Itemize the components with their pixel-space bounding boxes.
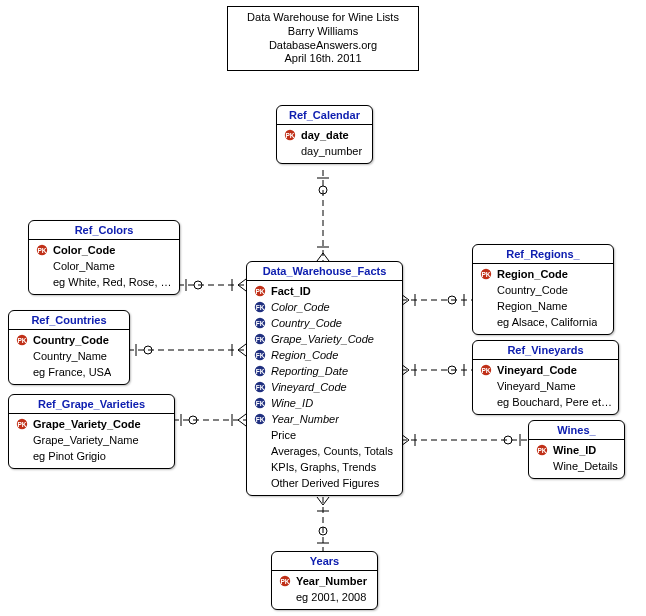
entity-wines[interactable]: Wines_ PKWine_IDWine_Details	[528, 420, 625, 479]
diagram-title-box: Data Warehouse for Wine Lists Barry Will…	[227, 6, 419, 71]
entity-data-warehouse-facts[interactable]: Data_Warehouse_Facts PKFact_IDFKColor_Co…	[246, 261, 403, 496]
attribute-label: eg France, USA	[33, 364, 111, 380]
attribute-row: Wine_Details	[535, 458, 618, 474]
pk-key-icon: PK	[479, 364, 493, 376]
attribute-label: Wine_Details	[553, 458, 618, 474]
svg-text:PK: PK	[280, 578, 289, 585]
svg-line-3	[317, 253, 323, 261]
pk-key-icon: PK	[35, 244, 49, 256]
svg-line-22	[238, 350, 246, 356]
fk-key-icon: FK	[253, 317, 267, 329]
attribute-label: day_number	[301, 143, 362, 159]
attribute-row: FKRegion_Code	[253, 347, 396, 363]
attribute-row: FKWine_ID	[253, 395, 396, 411]
title-line-4: April 16th. 2011	[238, 52, 408, 66]
attribute-label: KPIs, Graphs, Trends	[271, 459, 376, 475]
svg-text:FK: FK	[256, 368, 265, 375]
attribute-row: Country_Code	[479, 282, 607, 298]
title-line-3: DatabaseAnswers.org	[238, 39, 408, 53]
entity-ref-countries[interactable]: Ref_Countries PKCountry_CodeCountry_Name…	[8, 310, 130, 385]
svg-text:PK: PK	[17, 337, 26, 344]
attribute-row: Vineyard_Name	[479, 378, 612, 394]
attribute-label: Region_Name	[497, 298, 567, 314]
attribute-label: Year_Number	[296, 573, 367, 589]
attribute-label: Grape_Variety_Code	[33, 416, 141, 432]
svg-point-38	[448, 366, 456, 374]
attribute-row: FKVineyard_Code	[253, 379, 396, 395]
attribute-label: Grape_Variety_Code	[271, 331, 374, 347]
attribute-row: PKRegion_Code	[479, 266, 607, 282]
svg-text:FK: FK	[256, 352, 265, 359]
fk-key-icon: FK	[253, 301, 267, 313]
fk-key-icon: FK	[253, 349, 267, 361]
attribute-row: PKVineyard_Code	[479, 362, 612, 378]
entity-name: Ref_Grape_Varieties	[9, 395, 174, 414]
attribute-label: Country_Name	[33, 348, 107, 364]
attribute-row: PKYear_Number	[278, 573, 371, 589]
attribute-row: FKYear_Number	[253, 411, 396, 427]
entity-body: PKRegion_CodeCountry_CodeRegion_Nameeg A…	[473, 264, 613, 334]
attribute-label: day_date	[301, 127, 349, 143]
entity-name: Ref_Colors	[29, 221, 179, 240]
pk-key-icon: PK	[253, 285, 267, 297]
svg-point-2	[319, 186, 327, 194]
pk-key-icon: PK	[15, 334, 29, 346]
entity-years[interactable]: Years PKYear_Numbereg 2001, 2008	[271, 551, 378, 610]
attribute-label: Region_Code	[271, 347, 338, 363]
entity-ref-grape-varieties[interactable]: Ref_Grape_Varieties PKGrape_Variety_Code…	[8, 394, 175, 469]
attribute-row: eg Bouchard, Pere et Fils	[479, 394, 612, 410]
entity-name: Ref_Regions_	[473, 245, 613, 264]
svg-point-8	[319, 527, 327, 535]
attribute-label: Vineyard_Code	[271, 379, 347, 395]
attribute-row: FKCountry_Code	[253, 315, 396, 331]
entity-name: Years	[272, 552, 377, 571]
attribute-label: eg Pinot Grigio	[33, 448, 106, 464]
attribute-label: eg White, Red, Rose, N/A	[53, 274, 173, 290]
attribute-label: Reporting_Date	[271, 363, 348, 379]
attribute-row: Country_Name	[15, 348, 123, 364]
attribute-label: Averages, Counts, Totals	[271, 443, 393, 459]
attribute-row: PKFact_ID	[253, 283, 396, 299]
pk-key-icon: PK	[15, 418, 29, 430]
attribute-label: Price	[271, 427, 296, 443]
attribute-row: eg Pinot Grigio	[15, 448, 168, 464]
title-line-1: Data Warehouse for Wine Lists	[238, 11, 408, 25]
svg-line-28	[238, 420, 246, 426]
attribute-row: Price	[253, 427, 396, 443]
fk-key-icon: FK	[253, 365, 267, 377]
entity-name: Ref_Vineyards	[473, 341, 618, 360]
svg-text:PK: PK	[285, 132, 294, 139]
entity-name: Wines_	[529, 421, 624, 440]
attribute-label: Other Derived Figures	[271, 475, 379, 491]
entity-ref-colors[interactable]: Ref_Colors PKColor_CodeColor_Nameeg Whit…	[28, 220, 180, 295]
attribute-label: Region_Code	[497, 266, 568, 282]
entity-ref-regions[interactable]: Ref_Regions_ PKRegion_CodeCountry_CodeRe…	[472, 244, 614, 335]
attribute-label: eg Bouchard, Pere et Fils	[497, 394, 612, 410]
attribute-label: Color_Name	[53, 258, 115, 274]
attribute-label: Color_Code	[271, 299, 330, 315]
fk-key-icon: FK	[253, 397, 267, 409]
entity-ref-vineyards[interactable]: Ref_Vineyards PKVineyard_CodeVineyard_Na…	[472, 340, 619, 415]
svg-text:PK: PK	[255, 288, 264, 295]
attribute-row: PKday_date	[283, 127, 366, 143]
svg-text:FK: FK	[256, 304, 265, 311]
entity-name: Ref_Countries	[9, 311, 129, 330]
entity-body: PKVineyard_CodeVineyard_Nameeg Bouchard,…	[473, 360, 618, 414]
svg-line-10	[323, 497, 329, 505]
entity-name: Data_Warehouse_Facts	[247, 262, 402, 281]
attribute-label: Country_Code	[33, 332, 109, 348]
attribute-row: Averages, Counts, Totals	[253, 443, 396, 459]
entity-body: PKFact_IDFKColor_CodeFKCountry_CodeFKGra…	[247, 281, 402, 495]
attribute-label: Country_Code	[497, 282, 568, 298]
attribute-row: Region_Name	[479, 298, 607, 314]
attribute-label: Color_Code	[53, 242, 115, 258]
svg-line-21	[238, 344, 246, 350]
attribute-row: eg Alsace, California	[479, 314, 607, 330]
fk-key-icon: FK	[253, 413, 267, 425]
attribute-row: FKReporting_Date	[253, 363, 396, 379]
attribute-row: eg White, Red, Rose, N/A	[35, 274, 173, 290]
svg-text:PK: PK	[481, 271, 490, 278]
pk-key-icon: PK	[479, 268, 493, 280]
entity-ref-calendar[interactable]: Ref_Calendar PKday_dateday_number	[276, 105, 373, 164]
attribute-row: PKColor_Code	[35, 242, 173, 258]
